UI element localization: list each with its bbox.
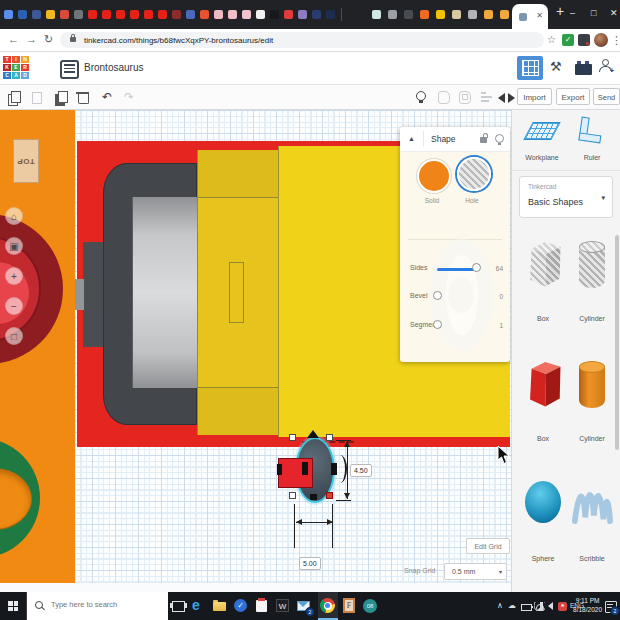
model-yellow-mid[interactable]: [197, 150, 278, 435]
mail-icon[interactable]: 2: [294, 592, 314, 620]
collapse-panel-icon[interactable]: ▲: [408, 135, 415, 142]
home-view-button[interactable]: ⌂: [5, 207, 23, 225]
tray-expand-icon[interactable]: ∧: [497, 592, 503, 620]
pinned-tab-favicon[interactable]: [130, 10, 139, 19]
scale-handle-top-right[interactable]: [326, 434, 333, 441]
teal-app-icon[interactable]: 08: [361, 592, 381, 620]
pinned-tab-favicon[interactable]: [74, 10, 83, 19]
pinned-tab-favicon[interactable]: [484, 10, 493, 19]
pinned-tab-favicon[interactable]: [468, 10, 477, 19]
shape-item-sphere[interactable]: Sphere: [520, 475, 566, 575]
pinned-tab-favicon[interactable]: [500, 10, 509, 19]
taskbar-clock[interactable]: 9:11 PM 8/18/2020: [573, 596, 602, 614]
frame-app-icon[interactable]: F: [340, 592, 360, 620]
search-input[interactable]: [49, 599, 163, 610]
shape-item-orange-cylinder[interactable]: Cylinder: [569, 355, 615, 455]
todo-icon[interactable]: ✓: [231, 592, 251, 620]
edge-handle-left[interactable]: [277, 464, 282, 475]
pinned-tab-favicon[interactable]: [420, 10, 429, 19]
share-person-icon[interactable]: +: [598, 59, 612, 73]
pinned-tab-favicon[interactable]: [298, 10, 307, 19]
pinned-tab-favicon[interactable]: [404, 10, 413, 19]
window-close-button[interactable]: ✕: [610, 8, 618, 18]
edit-grid-button[interactable]: Edit Grid: [466, 538, 510, 554]
word-icon[interactable]: W: [273, 592, 293, 620]
tools-icon[interactable]: ⚒: [550, 59, 562, 74]
volume-icon[interactable]: [548, 592, 558, 620]
workplane-tool[interactable]: Workplane: [514, 154, 570, 161]
height-handle-cone[interactable]: [307, 430, 319, 438]
store-icon[interactable]: [252, 592, 272, 620]
ruler-tool[interactable]: Ruler: [570, 154, 614, 161]
duplicate-icon[interactable]: [55, 91, 68, 104]
start-button[interactable]: [0, 592, 26, 620]
lock-icon[interactable]: [70, 37, 76, 42]
scale-handle-bottom-left[interactable]: [289, 492, 296, 499]
forward-icon[interactable]: →: [26, 33, 37, 45]
window-minimize-button[interactable]: –: [570, 8, 575, 18]
url-text[interactable]: tinkercad.com/things/b68fwcXqxPY-brontos…: [84, 36, 273, 45]
pinned-tab-favicon[interactable]: [46, 10, 55, 19]
scale-handle-top-left[interactable]: [289, 434, 296, 441]
mirror-icon[interactable]: [498, 91, 515, 105]
design-title[interactable]: Brontosaurus: [84, 62, 143, 73]
dimension-value-width[interactable]: 5.00: [299, 557, 321, 570]
lock-shape-icon[interactable]: [480, 137, 487, 143]
reload-icon[interactable]: ↻: [44, 33, 53, 46]
hole-material-swatch[interactable]: [457, 157, 491, 191]
new-tab-button[interactable]: +: [556, 3, 564, 19]
pinned-tab-favicon[interactable]: [60, 10, 69, 19]
model-motor-light[interactable]: [132, 197, 197, 388]
design-list-icon[interactable]: [60, 60, 79, 79]
show-all-bulb-icon[interactable]: [416, 91, 428, 105]
shape-item-hole-cylinder[interactable]: Cylinder: [569, 235, 615, 335]
model-axle-block[interactable]: [83, 242, 103, 347]
window-maximize-button[interactable]: □: [591, 8, 596, 18]
dimension-value-height[interactable]: 4.50: [350, 464, 372, 477]
perspective-toggle-button[interactable]: □: [5, 327, 23, 345]
shape-item-hole-box[interactable]: Box: [520, 235, 566, 335]
shape-item-red-box[interactable]: Box: [520, 355, 566, 455]
fit-view-button[interactable]: ▣: [5, 237, 23, 255]
pinned-tab-favicon[interactable]: [214, 10, 223, 19]
pinned-tab-favicon[interactable]: [32, 10, 41, 19]
pinned-tab-favicon[interactable]: [116, 10, 125, 19]
tinkercad-logo[interactable]: TINKERCAD: [3, 56, 30, 80]
zoom-out-button[interactable]: −: [5, 297, 23, 315]
edge-handle-center[interactable]: [302, 462, 308, 475]
export-button[interactable]: Export: [556, 88, 590, 105]
model-axle-stub[interactable]: [75, 279, 84, 310]
import-button[interactable]: Import: [517, 88, 552, 105]
bricks-icon[interactable]: [575, 64, 592, 75]
action-center-icon[interactable]: 2: [605, 592, 619, 620]
pinned-tab-favicon[interactable]: [4, 10, 13, 19]
snap-grid-dropdown[interactable]: 0.5 mm ▾: [444, 563, 507, 580]
bookmark-star-icon[interactable]: ☆: [547, 34, 556, 45]
pinned-tab-favicon[interactable]: [312, 10, 321, 19]
pinned-tab-favicon[interactable]: [284, 10, 293, 19]
edge-handle-right[interactable]: [331, 463, 337, 475]
pinned-tab-favicon[interactable]: [18, 10, 27, 19]
task-view-button[interactable]: [168, 592, 188, 620]
taskbar-search-box[interactable]: [26, 592, 168, 620]
back-icon[interactable]: ←: [8, 33, 19, 45]
pinned-tab-favicon[interactable]: [388, 10, 397, 19]
pinned-tab-favicon[interactable]: [172, 10, 181, 19]
undo-icon[interactable]: ↶: [102, 91, 112, 103]
active-tab[interactable]: ✕: [512, 4, 548, 29]
browser-menu-icon[interactable]: ⋮: [611, 34, 620, 47]
scale-handle-bottom-right-active[interactable]: [326, 492, 333, 499]
pinned-tab-favicon[interactable]: [144, 10, 153, 19]
pinned-tab-favicon[interactable]: [102, 10, 111, 19]
file-explorer-icon[interactable]: [210, 592, 230, 620]
solid-material-swatch[interactable]: [417, 159, 451, 193]
onedrive-cloud-icon[interactable]: ☁: [508, 592, 516, 620]
battery-icon[interactable]: [521, 592, 532, 620]
copy-icon[interactable]: [8, 91, 21, 104]
browser-profile-avatar[interactable]: [594, 33, 608, 47]
address-bar[interactable]: tinkercad.com/things/b68fwcXqxPY-brontos…: [60, 32, 544, 48]
slider-handle[interactable]: [472, 263, 481, 272]
design-canvas[interactable]: 4.50 5.00 TOP ⌂ ▣ + − □ ▲ Shape: [0, 110, 511, 583]
pinned-tab-favicon[interactable]: [88, 10, 97, 19]
pinned-tab-favicon[interactable]: [186, 10, 195, 19]
